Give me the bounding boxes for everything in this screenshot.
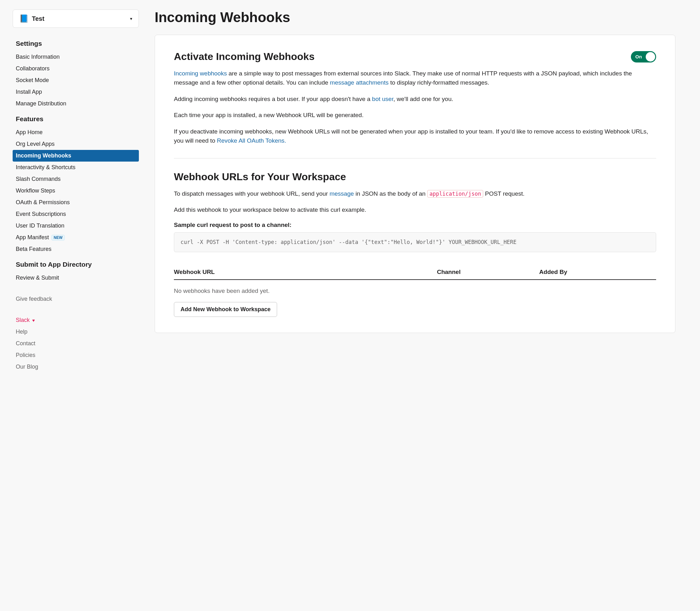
- col-header-channel: Channel: [437, 269, 539, 275]
- link-revoke-tokens[interactable]: Revoke All OAuth Tokens.: [217, 137, 286, 144]
- footer-link-slack[interactable]: Slack ♥: [13, 314, 139, 326]
- activate-paragraph-4: If you deactivate incoming webhooks, new…: [174, 127, 656, 146]
- activate-paragraph-1: Incoming webhooks are a simple way to po…: [174, 69, 656, 87]
- nav-item-oauth-permissions[interactable]: OAuth & Permissions: [13, 197, 139, 208]
- nav-item-install-app[interactable]: Install App: [13, 86, 139, 98]
- toggle-state-label: On: [635, 54, 642, 59]
- nav-item-collaborators[interactable]: Collaborators: [13, 63, 139, 74]
- activate-title: Activate Incoming Webhooks: [174, 51, 315, 62]
- nav-item-org-level-apps[interactable]: Org Level Apps: [13, 138, 139, 150]
- heart-icon: ♥: [32, 318, 35, 323]
- nav-item-socket-mode[interactable]: Socket Mode: [13, 74, 139, 86]
- nav-item-slash-commands[interactable]: Slash Commands: [13, 173, 139, 185]
- workspace-title: Webhook URLs for Your Workspace: [174, 171, 656, 183]
- workspace-paragraph-2: Add this webhook to your workspace below…: [174, 205, 656, 214]
- footer-link-help[interactable]: Help: [13, 326, 139, 338]
- app-name: Test: [32, 15, 45, 23]
- footer-link-give-feedback[interactable]: Give feedback: [13, 293, 139, 305]
- nav-item-interactivity-shortcuts[interactable]: Interactivity & Shortcuts: [13, 162, 139, 173]
- col-header-added-by: Added By: [539, 269, 656, 275]
- nav-item-beta-features[interactable]: Beta Features: [13, 243, 139, 255]
- main-content: Incoming Webhooks Activate Incoming Webh…: [155, 10, 675, 373]
- sidebar: 📘 Test ▾ Settings Basic Information Coll…: [13, 10, 139, 373]
- content-card: Activate Incoming Webhooks On Incoming w…: [155, 35, 675, 333]
- activate-paragraph-3: Each time your app is installed, a new W…: [174, 110, 656, 120]
- link-bot-user[interactable]: bot user: [372, 95, 393, 102]
- toggle-knob: [646, 52, 655, 61]
- workspace-paragraph-1: To dispatch messages with your webhook U…: [174, 189, 656, 198]
- link-message[interactable]: message: [329, 190, 354, 197]
- footer-link-contact[interactable]: Contact: [13, 338, 139, 349]
- link-message-attachments[interactable]: message attachments: [330, 79, 388, 86]
- nav-item-event-subscriptions[interactable]: Event Subscriptions: [13, 208, 139, 220]
- app-selector-label-group: 📘 Test: [19, 14, 45, 23]
- nav-item-basic-information[interactable]: Basic Information: [13, 51, 139, 63]
- curl-code-block: curl -X POST -H 'Content-type: applicati…: [174, 232, 656, 252]
- divider: [174, 158, 656, 159]
- nav-item-user-id-translation[interactable]: User ID Translation: [13, 220, 139, 232]
- page-title: Incoming Webhooks: [155, 10, 675, 25]
- nav-item-app-home[interactable]: App Home: [13, 126, 139, 138]
- nav-heading-settings: Settings: [13, 37, 139, 50]
- webhook-table-empty: No webhooks have been added yet.: [174, 280, 656, 302]
- new-badge: NEW: [51, 235, 65, 240]
- activate-header: Activate Incoming Webhooks On: [174, 51, 656, 62]
- sample-curl-label: Sample curl request to post to a channel…: [174, 222, 656, 228]
- app-selector[interactable]: 📘 Test ▾: [13, 10, 139, 28]
- nav-item-workflow-steps[interactable]: Workflow Steps: [13, 185, 139, 197]
- activate-toggle[interactable]: On: [631, 51, 656, 62]
- footer-link-our-blog[interactable]: Our Blog: [13, 361, 139, 373]
- col-header-url: Webhook URL: [174, 269, 437, 275]
- nav-heading-features: Features: [13, 113, 139, 125]
- nav-item-manage-distribution[interactable]: Manage Distribution: [13, 98, 139, 109]
- app-icon: 📘: [19, 14, 28, 23]
- footer-link-policies[interactable]: Policies: [13, 349, 139, 361]
- webhook-table-header: Webhook URL Channel Added By: [174, 265, 656, 280]
- nav-heading-submit: Submit to App Directory: [13, 258, 139, 271]
- activate-paragraph-2: Adding incoming webhooks requires a bot …: [174, 94, 656, 104]
- code-content-type: application/json: [427, 190, 483, 197]
- link-incoming-webhooks[interactable]: Incoming webhooks: [174, 70, 227, 77]
- add-webhook-button[interactable]: Add New Webhook to Workspace: [174, 302, 277, 317]
- chevron-down-icon: ▾: [130, 16, 132, 21]
- nav-item-incoming-webhooks[interactable]: Incoming Webhooks: [13, 150, 139, 162]
- nav-item-app-manifest[interactable]: App Manifest NEW: [13, 232, 139, 243]
- nav-item-review-submit[interactable]: Review & Submit: [13, 272, 139, 284]
